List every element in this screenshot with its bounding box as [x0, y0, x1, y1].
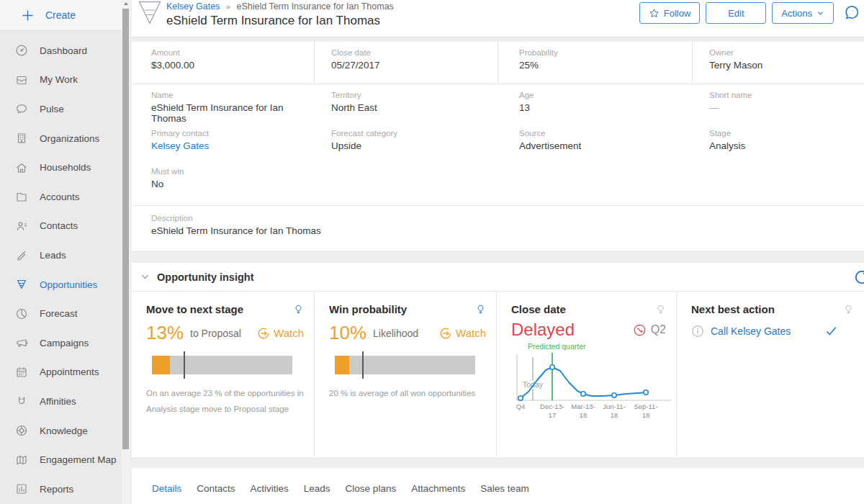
primary-contact-link[interactable]: Kelsey Gates — [151, 140, 209, 151]
progress-fill — [152, 356, 170, 374]
field-owner: Owner Terry Mason — [693, 42, 864, 84]
field-label: Name — [151, 91, 315, 99]
progress-fill — [335, 356, 349, 374]
watch-icon — [257, 327, 270, 340]
watch-button[interactable]: Watch — [439, 327, 486, 340]
next-action-link[interactable]: Call Kelsey Gates — [711, 325, 791, 337]
checkmark-icon[interactable] — [824, 324, 854, 338]
sidebar-scrollbar[interactable] — [122, 0, 130, 504]
sidebar-item-label: Knowledge — [40, 426, 88, 436]
card-title: Next best action — [691, 303, 775, 315]
stage-progress-bar — [152, 356, 292, 374]
tab-close-plans[interactable]: Close plans — [346, 483, 397, 494]
scrollbar-thumb[interactable] — [122, 9, 129, 449]
tab-contacts[interactable]: Contacts — [197, 483, 235, 494]
opportunity-insight-panel: Opportunity insight Move to next stage 1… — [132, 263, 864, 457]
field-value: 13 — [519, 102, 693, 113]
refresh-icon[interactable] — [853, 269, 864, 289]
card-title: Win probability — [329, 303, 407, 315]
breadcrumb-link[interactable]: Kelsey Gates — [166, 1, 220, 12]
tab-attachments[interactable]: Attachments — [411, 483, 465, 494]
field-label: Close date — [331, 48, 498, 57]
sidebar-item-opportunities[interactable]: Opportunities — [0, 270, 130, 300]
sidebar-item-campaigns[interactable]: Campaigns — [0, 328, 130, 358]
field-label: Stage — [709, 129, 864, 138]
card-title: Close date — [511, 303, 566, 315]
app-root: Create DashboardMy WorkPulseOrganization… — [0, 0, 864, 504]
stage-suffix: to Proposal — [190, 328, 241, 339]
field-label: Amount — [151, 48, 314, 57]
field-value: North East — [331, 102, 498, 113]
sidebar-item-organizations[interactable]: Organizations — [0, 124, 130, 153]
watch-label: Watch — [274, 327, 304, 339]
watch-button[interactable]: Watch — [257, 327, 304, 340]
leads-icon — [15, 248, 28, 261]
create-button[interactable]: Create — [0, 0, 130, 31]
star-icon — [649, 8, 660, 19]
sidebar-item-forecast[interactable]: Forecast — [0, 299, 130, 328]
field-value: 25% — [519, 60, 692, 71]
edit-button[interactable]: Edit — [706, 2, 766, 24]
card-caption: On an average 23 % of the opportunities … — [146, 385, 304, 418]
sidebar-item-households[interactable]: Households — [0, 153, 130, 182]
field-label: Owner — [709, 48, 864, 57]
field-value: Advertisement — [519, 140, 693, 151]
card-title: Move to next stage — [146, 303, 243, 315]
tab-sales-team[interactable]: Sales team — [480, 483, 529, 494]
breadcrumb: Kelsey Gates » eShield Term Insurance fo… — [166, 1, 394, 12]
tab-details[interactable]: Details — [152, 483, 181, 494]
field-forecast-category: Forecast category Upside — [315, 122, 498, 161]
field-label: Forecast category — [331, 129, 498, 138]
breadcrumb-current: eShield Term Insurance for Ian Thomas — [236, 1, 393, 12]
tab-leads[interactable]: Leads — [304, 483, 330, 494]
field-label: Probability — [519, 48, 692, 57]
sidebar-item-reports[interactable]: Reports — [0, 474, 130, 504]
chat-icon[interactable] — [842, 4, 861, 22]
sidebar-item-affinities[interactable]: Affinities — [0, 387, 130, 416]
sidebar: Create DashboardMy WorkPulseOrganization… — [0, 0, 130, 504]
quarter-label: Q2 — [651, 323, 666, 336]
sidebar-item-leads[interactable]: Leads — [0, 240, 130, 270]
sidebar-item-engagement-map[interactable]: Engagement Map — [0, 445, 130, 474]
organizations-icon — [15, 132, 28, 145]
scrollbar-up-arrow[interactable] — [122, 0, 130, 7]
watch-icon — [439, 327, 452, 340]
lightbulb-icon — [655, 303, 666, 315]
sidebar-item-label: Organizations — [40, 133, 99, 144]
sidebar-item-label: Dashboard — [40, 45, 87, 56]
field-value: eShield Term Insurance for Ian Thomas — [151, 225, 864, 236]
opportunity-funnel-icon — [138, 1, 162, 25]
sidebar-item-knowledge[interactable]: Knowledge — [0, 416, 130, 446]
svg-text:Q4: Q4 — [516, 402, 526, 410]
sidebar-item-appointments[interactable]: Appointments — [0, 358, 130, 387]
sidebar-item-my-work[interactable]: My Work — [0, 66, 130, 95]
sidebar-item-label: My Work — [40, 74, 78, 85]
sidebar-item-label: Campaigns — [40, 338, 89, 348]
field-value: Terry Mason — [709, 60, 864, 71]
field-value: 05/27/2017 — [331, 60, 498, 71]
plus-icon — [22, 9, 34, 22]
svg-text:Jun-11-: Jun-11- — [603, 402, 626, 410]
sidebar-item-contacts[interactable]: Contacts — [0, 212, 130, 241]
lightbulb-icon — [293, 303, 304, 315]
sidebar-item-accounts[interactable]: Accounts — [0, 182, 130, 212]
field-amount: Amount $3,000.00 — [132, 42, 315, 84]
details-row-3: Primary contact Kelsey Gates Forecast ca… — [132, 122, 864, 161]
follow-button[interactable]: Follow — [639, 2, 701, 24]
field-label: Description — [151, 214, 864, 222]
lightbulb-icon — [475, 303, 486, 315]
sidebar-item-pulse[interactable]: Pulse — [0, 94, 130, 124]
dashboard-icon — [15, 44, 28, 57]
tab-activities[interactable]: Activities — [251, 483, 289, 494]
actions-button[interactable]: Actions — [772, 2, 834, 24]
sidebar-item-dashboard[interactable]: Dashboard — [0, 36, 130, 66]
svg-text:Predicted quarter: Predicted quarter — [528, 343, 586, 351]
field-value: No — [151, 179, 315, 189]
collapse-chevron-icon[interactable] — [140, 272, 150, 282]
sidebar-item-label: Appointments — [40, 366, 99, 377]
card-next-best-action: Next best action Call Kelsey Gates — [677, 292, 864, 456]
delayed-trend-icon — [633, 323, 647, 337]
detail-tabs: DetailsContactsActivitiesLeadsClose plan… — [132, 468, 864, 504]
page-header: Kelsey Gates » eShield Term Insurance fo… — [132, 0, 864, 37]
watch-label: Watch — [456, 327, 486, 339]
